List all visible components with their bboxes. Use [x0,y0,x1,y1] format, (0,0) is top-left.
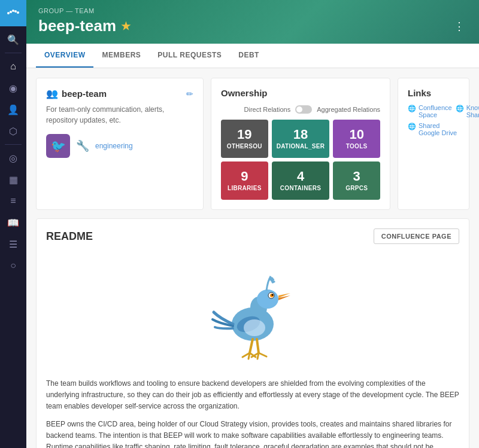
list-icon[interactable]: ☰ [0,233,26,255]
people-icon: 👥 [46,88,58,99]
tile-number: 4 [297,170,304,183]
ownership-title: Ownership [221,88,380,98]
svg-point-4 [17,11,19,14]
ownership-grid: 19 OTHERSOU 18 DATIONAL_SER 10 TOOLS 9 L… [221,120,380,200]
home-icon[interactable]: ⌂ [0,56,26,77]
tab-pull-requests[interactable]: Pull Requests [149,44,230,68]
link-label-2: Knowledge Sharing [466,104,479,118]
avatar: 🐦 [46,134,70,158]
catalog-icon[interactable]: ◉ [0,77,26,99]
tab-overview[interactable]: Overview [36,44,93,68]
svg-point-1 [10,11,12,13]
team-card-header: 👥 beep-team ✏ [46,88,193,99]
readme-image-area [46,252,459,378]
svg-point-3 [14,10,17,13]
team-icon[interactable]: 👤 [0,99,26,120]
tile-label: GRPCS [345,185,368,191]
svg-line-22 [259,353,266,356]
team-card-title: 👥 beep-team [46,88,107,99]
tile-number: 18 [293,128,308,141]
tab-debt[interactable]: Debt [230,44,268,68]
globe-icon-1: 🌐 [408,105,416,112]
tab-members[interactable]: Members [93,44,149,68]
edit-icon[interactable]: ✏ [186,89,193,99]
group-label: GROUP — TEAM [38,7,467,14]
link-label-1: Confluence Space [419,104,452,118]
link-label-3: Shared Google Drive [419,122,459,136]
logo[interactable] [0,0,26,26]
team-name: beep-team [62,89,107,99]
header-menu-button[interactable]: ⋮ [451,17,467,35]
tile-number: 9 [241,170,248,183]
readme-header: README CONFLUENCE PAGE [46,228,459,244]
svg-point-0 [7,12,10,14]
team-description: For team-only communication, alerts, rep… [46,104,193,126]
tile-number: 3 [353,170,360,183]
circle-icon[interactable]: ○ [0,255,26,276]
roadrunner-image [202,264,304,360]
team-card: 👥 beep-team ✏ For team-only communicatio… [36,78,204,210]
divider [5,53,22,53]
links-card: Links 🌐 Confluence Space 🌐 Knowledge Sha… [398,78,469,210]
tile-libraries[interactable]: 9 LIBRARIES [221,161,268,200]
content-area: 👥 beep-team ✏ For team-only communicatio… [26,68,479,448]
puzzle-icon[interactable]: ⬡ [0,120,26,142]
readme-paragraph-1: The team builds workflows and tooling to… [46,378,459,413]
star-icon[interactable]: ★ [121,20,131,33]
svg-line-16 [257,339,259,353]
top-row: 👥 beep-team ✏ For team-only communicatio… [36,78,469,210]
toggle-switch[interactable] [295,105,312,114]
svg-line-15 [250,339,253,353]
readme-paragraph-2: BEEP owns the CI/CD area, being holder o… [46,419,459,448]
divider2 [5,144,22,145]
tile-label: LIBRARIES [228,185,262,191]
readme-title: README [46,230,93,243]
tile-number: 10 [349,128,363,141]
book-icon[interactable]: 📖 [0,212,26,233]
svg-point-7 [257,289,278,309]
link-knowledge[interactable]: 🌐 Knowledge Sharing [456,104,479,122]
tile-label: DATIONAL_SER [277,143,325,150]
globe-icon-3: 🌐 [408,123,416,130]
search-icon[interactable]: 🔍 [0,29,26,50]
tile-containers[interactable]: 4 CONTAINERS [272,161,330,200]
nav-tabs: Overview Members Pull Requests Debt [26,44,479,68]
tile-tools[interactable]: 10 TOOLS [333,120,380,158]
layers-icon[interactable]: ≡ [0,190,26,212]
tile-label: CONTAINERS [280,185,321,191]
links-row: 🌐 Confluence Space 🌐 Knowledge Sharing [408,104,459,122]
tile-grpcs[interactable]: 3 GRPCS [333,161,380,200]
svg-point-12 [272,294,274,296]
relations-toggle: Direct Relations Aggregated Relations [221,105,380,114]
team-members-row: 🐦 🔧 engineering [46,134,193,158]
link-confluence[interactable]: 🌐 Confluence Space [408,104,452,122]
confluence-page-button[interactable]: CONFLUENCE PAGE [374,228,459,244]
tile-othersou[interactable]: 19 OTHERSOU [221,120,268,158]
service-icon: 🔧 [76,139,89,153]
tile-label: TOOLS [346,143,368,150]
aggregated-label: Aggregated Relations [317,106,380,113]
sidebar: 🔍 ⌂ ◉ 👤 ⬡ ◎ ▦ ≡ 📖 ☰ ○ [0,0,26,448]
tile-label: OTHERSOU [227,143,262,150]
links-title: Links [408,88,459,98]
tile-number: 19 [237,128,251,141]
engineering-link[interactable]: engineering [95,142,133,150]
ownership-card: Ownership Direct Relations Aggregated Re… [211,78,390,210]
direct-label: Direct Relations [244,106,291,113]
header-title-row: beep-team ★ ⋮ [38,17,467,35]
main-content: GROUP — TEAM beep-team ★ ⋮ Overview Memb… [26,0,479,448]
tile-dational-ser[interactable]: 18 DATIONAL_SER [272,120,330,158]
header: GROUP — TEAM beep-team ★ ⋮ [26,0,479,44]
svg-point-2 [12,10,14,12]
globe-icon-2: 🌐 [456,105,464,112]
chart-icon[interactable]: ▦ [0,169,26,190]
svg-point-23 [244,319,265,336]
readme-card: README CONFLUENCE PAGE [36,218,469,448]
link-shared-drive[interactable]: 🌐 Shared Google Drive [408,122,459,136]
page-title: beep-team ★ [38,17,131,35]
title-text: beep-team [38,17,116,35]
location-icon[interactable]: ◎ [0,147,26,169]
